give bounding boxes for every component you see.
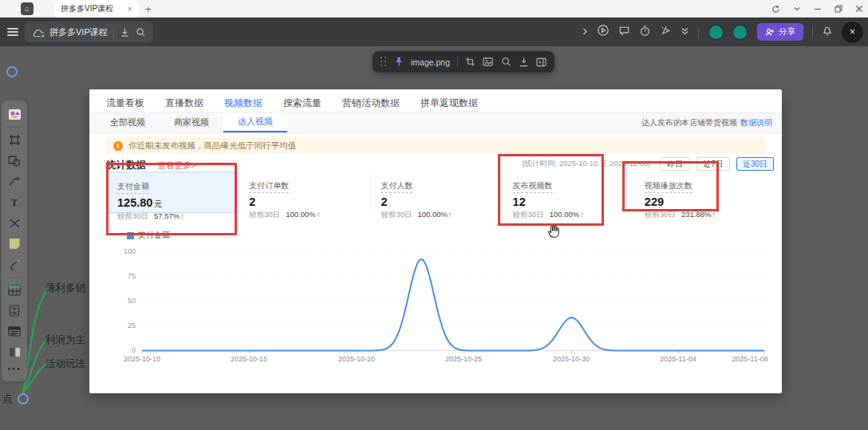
hand-cursor-icon <box>546 223 560 239</box>
download-image-icon[interactable] <box>519 57 529 67</box>
more-tools-icon[interactable]: ••• <box>7 364 22 373</box>
x-tick: 2025-10-30 <box>547 355 595 363</box>
sticker-icon[interactable] <box>18 393 29 404</box>
sync-status-dot <box>41 34 45 38</box>
text-tool-icon[interactable]: T <box>5 193 24 211</box>
shapes-tool-icon[interactable] <box>5 152 24 170</box>
x-tick: 2025-10-25 <box>440 355 487 363</box>
main-tabs: 流量看板 直播数据 视频数据 搜索流量 营销活动数据 拼单返现数据 <box>106 94 478 112</box>
notification-bell-icon[interactable] <box>822 25 833 40</box>
y-tick: 25 <box>104 322 136 329</box>
close-window-icon[interactable] <box>855 5 863 13</box>
x-tick: 2025-11-04 <box>654 355 702 363</box>
expand-right-icon[interactable] <box>582 25 588 39</box>
open-side-panel-icon[interactable] <box>536 57 546 67</box>
subtab-note-text: 达人发布的本店铺带货视频 <box>641 117 737 128</box>
x-tick: 2025-11-08 <box>726 355 774 363</box>
sticky-note-tool-icon[interactable] <box>5 235 24 253</box>
tab-video-data[interactable]: 视频数据 <box>224 97 262 110</box>
collapse-toolbar-icon[interactable] <box>681 25 689 39</box>
range-30d-button[interactable]: 近30日 <box>736 157 774 171</box>
y-tick: 100 <box>104 247 136 255</box>
data-explanation-link[interactable]: 数据说明 <box>740 117 772 128</box>
connector-curve-tool-icon[interactable] <box>5 172 24 191</box>
search-icon[interactable] <box>136 27 146 37</box>
x-tick: 2025-10-20 <box>333 355 381 363</box>
templates-tool-icon[interactable] <box>5 105 24 124</box>
download-icon[interactable] <box>120 27 130 37</box>
mindmap-node[interactable]: 薄利多销 <box>45 282 90 295</box>
subtab-merchant-videos[interactable]: 商家视频 <box>160 112 223 132</box>
y-tick: 75 <box>104 272 136 280</box>
screen: ⌂ 拼多多VIP课程 × + 拼多多VIP课程 <box>0 0 868 430</box>
up-arrow-icon: ↑ <box>317 210 321 219</box>
y-tick: 50 <box>104 297 136 305</box>
app-toolbar: 拼多多VIP课程 分享 × <box>0 18 868 46</box>
browser-tab[interactable]: 拼多多VIP课程 × <box>54 0 139 18</box>
notice-banner: ! 你近期未发布视频，商品曝光低于同行平均值 <box>106 137 765 154</box>
collaborator-avatar[interactable] <box>732 24 748 41</box>
y-tick: 0 <box>104 346 136 354</box>
tab-marketing-data[interactable]: 营销活动数据 <box>342 97 400 110</box>
doc-tool-icon[interactable] <box>5 302 24 320</box>
annotation-box-payment <box>106 163 237 235</box>
crop-icon[interactable] <box>465 57 475 67</box>
subtab-influencer-videos[interactable]: 达人视频 <box>223 112 287 132</box>
table-tool-icon[interactable] <box>5 281 24 299</box>
share-button[interactable]: 分享 <box>757 23 803 41</box>
up-arrow-icon: ↑ <box>448 210 452 219</box>
drag-handle-icon[interactable] <box>381 57 387 67</box>
restore-window-icon[interactable] <box>834 5 842 13</box>
browser-chrome: ⌂ 拼多多VIP课程 × + <box>0 0 868 18</box>
browser-tab-title: 拼多多VIP课程 <box>61 3 123 14</box>
new-tab-icon[interactable]: + <box>145 3 152 15</box>
cloud-sync-icon <box>32 27 44 37</box>
share-label: 分享 <box>779 26 795 37</box>
pin-icon[interactable] <box>394 57 404 67</box>
x-tick: 2025-10-10 <box>118 355 166 363</box>
sticker-icon[interactable] <box>6 66 18 77</box>
tab-group-rebate-data[interactable]: 拼单返现数据 <box>420 97 478 110</box>
zoom-to-fit-icon[interactable] <box>501 57 511 67</box>
notice-text: 你近期未发布视频，商品曝光低于同行平均值 <box>128 140 296 152</box>
document-group: 拼多多VIP课程 <box>25 22 153 42</box>
subtab-bar: 全部视频 商家视频 达人视频 达人发布的本店铺带货视频 数据说明 <box>89 112 782 133</box>
collaborator-avatar[interactable] <box>708 24 724 41</box>
minimize-icon[interactable] <box>814 5 822 13</box>
mindmap-node[interactable]: 活动玩法 <box>45 357 90 371</box>
app-logo-icon[interactable]: ⌂ <box>21 2 34 15</box>
mindmap-node[interactable]: 利润为主 <box>45 333 90 347</box>
annotation-box-video-plays <box>622 161 719 211</box>
subtab-all-videos[interactable]: 全部视频 <box>96 112 160 132</box>
tab-live-data[interactable]: 直播数据 <box>165 97 203 110</box>
laser-pointer-icon[interactable] <box>660 25 672 40</box>
pen-tool-icon[interactable] <box>5 255 24 274</box>
tab-close-icon[interactable]: × <box>128 5 132 14</box>
timer-icon[interactable] <box>639 25 651 40</box>
annotation-box-published-videos <box>498 154 604 226</box>
image-filename: image.png <box>411 57 450 67</box>
reload-icon[interactable] <box>771 5 780 14</box>
dashboard-image[interactable]: 流量看板 直播数据 视频数据 搜索流量 营销活动数据 拼单返现数据 全部视频 商… <box>89 89 782 393</box>
list-tool-icon[interactable] <box>5 322 24 341</box>
menu-icon[interactable] <box>7 28 18 36</box>
image-context-toolbar: image.png <box>373 51 554 73</box>
warning-icon: ! <box>113 141 123 151</box>
close-panel-button[interactable]: × <box>842 22 863 43</box>
chevron-down-icon[interactable] <box>793 5 801 13</box>
swap-connector-tool-icon[interactable] <box>5 214 24 232</box>
frame-tool-icon[interactable] <box>5 131 24 149</box>
card-paid-orders[interactable]: 支付订单数 2 较前30日100.00%↑ <box>239 172 370 213</box>
kanban-tool-icon[interactable] <box>5 343 24 361</box>
replace-image-icon[interactable] <box>483 57 494 67</box>
doc-title: 拼多多VIP课程 <box>49 26 108 38</box>
tool-panel: T ••• <box>2 101 27 381</box>
card-paying-users[interactable]: 支付人数 2 较前30日100.00%↑ <box>370 172 502 213</box>
tab-search-traffic[interactable]: 搜索流量 <box>283 97 322 110</box>
comment-icon[interactable] <box>618 25 630 40</box>
x-tick: 2025-10-15 <box>225 355 273 363</box>
mindmap-root-label[interactable]: 点 <box>2 393 13 406</box>
present-play-icon[interactable] <box>597 24 610 40</box>
tab-traffic-board[interactable]: 流量看板 <box>106 97 144 110</box>
payment-line-chart <box>142 251 765 356</box>
